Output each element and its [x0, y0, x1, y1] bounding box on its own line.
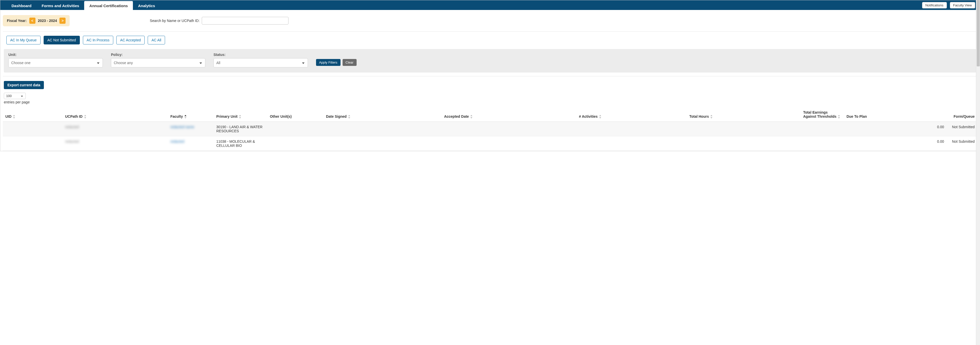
ac-accepted-button[interactable]: AC Accepted [116, 36, 145, 45]
sort-icon [599, 115, 601, 118]
faculty-link[interactable]: redacted [170, 139, 184, 144]
policy-filter-label: Policy: [111, 53, 205, 57]
tab-dashboard[interactable]: Dashboard [6, 1, 37, 10]
col-other-units[interactable]: Other Unit(s) [267, 107, 323, 122]
filter-panel: Unit: Choose one Policy: Choose any Stat… [4, 49, 976, 72]
col-faculty[interactable]: Faculty [168, 107, 214, 122]
cell-other-units [267, 136, 323, 151]
page-size-value: 100 [6, 94, 12, 98]
policy-filter: Policy: Choose any [111, 53, 205, 67]
col-accepted-date-label: Accepted Date [444, 114, 469, 118]
fiscal-year-selector: Fiscal Year: < 2023 - 2024 > [3, 15, 70, 26]
nav-right: Notifications Faculty View [921, 0, 977, 10]
apply-filters-button[interactable]: Apply Filters [316, 59, 340, 66]
cell-uid [3, 136, 62, 151]
clear-filters-button[interactable]: Clear [342, 59, 356, 66]
col-primary-unit[interactable]: Primary Unit [214, 107, 267, 122]
col-accepted-date[interactable]: Accepted Date [442, 107, 576, 122]
search-group: Search by Name or UCPath ID: [150, 17, 288, 24]
table-header-row: UID UCPath ID Faculty Primary Unit Other… [3, 107, 977, 122]
col-faculty-label: Faculty [170, 114, 183, 118]
cell-primary-unit: 11038 - MOLECULAR & CELLULAR BIO [214, 136, 267, 151]
ac-not-submitted-button[interactable]: AC Not Submitted [44, 36, 80, 45]
status-filter: Status: All [213, 53, 308, 67]
cell-earnings [801, 136, 844, 151]
page-size-select[interactable]: 100 [4, 93, 26, 99]
sort-icon [838, 115, 840, 118]
cell-due-to-plan: 0.00 [844, 122, 947, 136]
sort-icon [710, 115, 713, 118]
col-activities-label: # Activities [579, 114, 598, 118]
col-ucpath-id[interactable]: UCPath ID [62, 107, 168, 122]
search-input[interactable] [202, 17, 288, 24]
tab-annual-certifications[interactable]: Annual Certifications [84, 1, 133, 10]
unit-select-value: Choose one [11, 61, 30, 65]
cell-form-queue: Not Submitted [947, 122, 977, 136]
table-row: redacted redacted name 30190 - LAND AIR … [3, 122, 977, 136]
col-date-signed[interactable]: Date Signed [323, 107, 442, 122]
sort-icon [84, 115, 86, 118]
sort-icon [239, 115, 241, 118]
fiscal-year-value: 2023 - 2024 [38, 19, 57, 23]
filter-actions: Apply Filters Clear [316, 59, 356, 67]
col-earnings-label: Total Earnings Against Thresholds [803, 110, 837, 118]
tab-analytics[interactable]: Analytics [133, 1, 160, 10]
cell-activities [576, 136, 687, 151]
col-total-hours[interactable]: Total Hours [687, 107, 800, 122]
fiscal-year-label: Fiscal Year: [7, 19, 27, 23]
policy-select-value: Choose any [114, 61, 133, 65]
sort-icon [185, 115, 186, 118]
cell-total-hours [687, 122, 800, 136]
ac-all-button[interactable]: AC All [148, 36, 165, 45]
cell-primary-unit: 30190 - LAND AIR & WATER RESOURCES [214, 122, 267, 136]
top-nav: Dashboard Forms and Activities Annual Ce… [0, 0, 980, 10]
cell-date-signed [323, 122, 442, 136]
col-earnings[interactable]: Total Earnings Against Thresholds [801, 107, 844, 122]
col-due-to-plan[interactable]: Due To Plan [844, 107, 947, 122]
col-form-queue[interactable]: Form/Queue [947, 107, 977, 122]
cell-ucpath-id: redacted [62, 136, 168, 151]
table-row: redacted redacted 11038 - MOLECULAR & CE… [3, 136, 977, 151]
unit-filter-label: Unit: [8, 53, 103, 57]
col-other-units-label: Other Unit(s) [270, 114, 292, 118]
unit-select[interactable]: Choose one [8, 58, 103, 67]
redacted-text: redacted [65, 139, 79, 144]
sort-icon [13, 115, 15, 118]
status-select-value: All [216, 61, 220, 65]
col-activities[interactable]: # Activities [576, 107, 687, 122]
notifications-button[interactable]: Notifications [922, 2, 947, 8]
sort-icon [348, 115, 350, 118]
cell-accepted-date [442, 122, 576, 136]
fiscal-year-next-button[interactable]: > [59, 18, 65, 24]
col-total-hours-label: Total Hours [689, 114, 709, 118]
table-controls: Export current data 100 entries per page [3, 77, 977, 106]
cell-uid [3, 122, 62, 136]
scrollbar-thumb[interactable] [977, 0, 980, 66]
col-date-signed-label: Date Signed [326, 114, 347, 118]
scrollbar[interactable] [976, 0, 980, 151]
status-filter-label: Status: [213, 53, 308, 57]
cell-due-to-plan: 0.00 [844, 136, 947, 151]
tab-forms-activities[interactable]: Forms and Activities [37, 1, 84, 10]
cell-faculty[interactable]: redacted name [168, 122, 214, 136]
policy-select[interactable]: Choose any [111, 58, 205, 67]
col-uid-label: UID [5, 114, 11, 118]
fiscal-year-prev-button[interactable]: < [29, 18, 35, 24]
ac-in-my-queue-button[interactable]: AC In My Queue [6, 36, 41, 45]
cell-total-hours [687, 136, 800, 151]
nav-tabs: Dashboard Forms and Activities Annual Ce… [6, 0, 921, 10]
page-size-label: entries per page [4, 100, 976, 104]
col-ucpath-id-label: UCPath ID [65, 114, 83, 118]
ac-in-process-button[interactable]: AC In Process [83, 36, 113, 45]
faculty-view-button[interactable]: Faculty View [950, 2, 975, 8]
export-button[interactable]: Export current data [4, 81, 44, 89]
faculty-link[interactable]: redacted name [170, 125, 194, 129]
cell-other-units [267, 122, 323, 136]
cell-date-signed [323, 136, 442, 151]
cell-ucpath-id: redacted [62, 122, 168, 136]
cell-faculty[interactable]: redacted [168, 136, 214, 151]
status-select[interactable]: All [213, 58, 308, 67]
cell-form-queue: Not Submitted [947, 136, 977, 151]
col-uid[interactable]: UID [3, 107, 62, 122]
unit-filter: Unit: Choose one [8, 53, 103, 67]
